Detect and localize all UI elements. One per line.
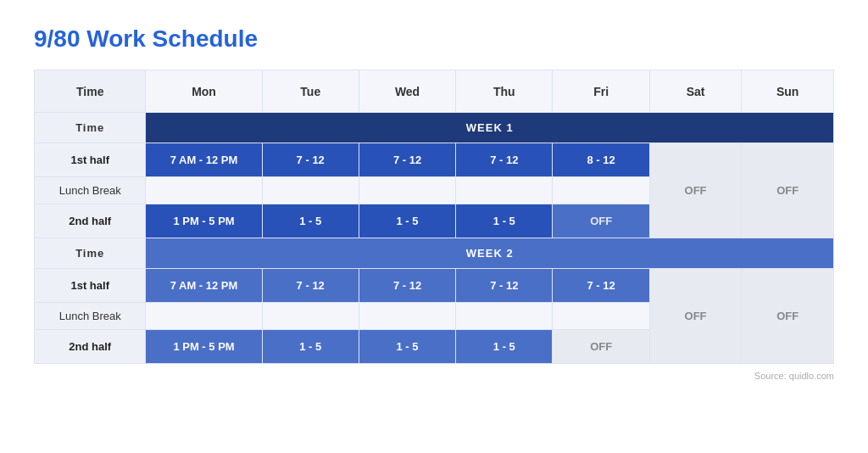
week1-thu-first: 7 - 12 <box>456 143 553 177</box>
week1-first-half-row: 1st half 7 AM - 12 PM 7 - 12 7 - 12 7 - … <box>35 143 834 177</box>
week1-lunch-label: Lunch Break <box>35 177 146 204</box>
week2-label: WEEK 2 <box>146 238 834 269</box>
week2-first-half-row: 1st half 7 AM - 12 PM 7 - 12 7 - 12 7 - … <box>35 269 834 303</box>
week1-wed-first: 7 - 12 <box>359 143 455 177</box>
header-wed: Wed <box>359 70 455 113</box>
header-thu: Thu <box>456 70 553 113</box>
source-text: Source: quidlo.com <box>34 371 834 381</box>
week1-tue-second: 1 - 5 <box>262 204 359 238</box>
week2-wed-second: 1 - 5 <box>359 330 455 364</box>
week2-fri-second: OFF <box>553 330 649 364</box>
week2-lunch-fri <box>553 303 649 330</box>
week1-mon-second: 1 PM - 5 PM <box>146 204 262 238</box>
header-sun: Sun <box>742 70 834 113</box>
week2-mon-second: 1 PM - 5 PM <box>146 330 262 364</box>
week1-tue-first: 7 - 12 <box>262 143 359 177</box>
week2-first-half-label: 1st half <box>35 269 146 303</box>
week1-label: WEEK 1 <box>146 113 834 143</box>
week2-banner-row: Time WEEK 2 <box>35 238 834 269</box>
header-tue: Tue <box>262 70 359 113</box>
header-fri: Fri <box>553 70 649 113</box>
header-row: Time Mon Tue Wed Thu Fri Sat Sun <box>35 70 834 113</box>
week2-lunch-thu <box>456 303 553 330</box>
week1-time-label: Time <box>35 113 146 143</box>
week1-thu-second: 1 - 5 <box>456 204 553 238</box>
week2-thu-first: 7 - 12 <box>456 269 553 303</box>
week2-fri-first: 7 - 12 <box>553 269 649 303</box>
week2-lunch-wed <box>359 303 455 330</box>
schedule-table: Time Mon Tue Wed Thu Fri Sat Sun Time WE… <box>34 70 834 364</box>
week1-lunch-tue <box>262 177 359 204</box>
week1-sat-off: OFF <box>649 143 742 238</box>
week1-second-half-label: 2nd half <box>35 204 146 238</box>
week2-sat-off: OFF <box>649 269 742 364</box>
week2-tue-second: 1 - 5 <box>262 330 359 364</box>
week2-wed-first: 7 - 12 <box>359 269 455 303</box>
header-sat: Sat <box>649 70 742 113</box>
week1-fri-first: 8 - 12 <box>553 143 649 177</box>
week2-thu-second: 1 - 5 <box>456 330 553 364</box>
header-mon: Mon <box>146 70 262 113</box>
week1-mon-first: 7 AM - 12 PM <box>146 143 262 177</box>
week2-second-half-label: 2nd half <box>35 330 146 364</box>
week1-lunch-fri <box>553 177 649 204</box>
week1-wed-second: 1 - 5 <box>359 204 455 238</box>
page-title: 9/80 Work Schedule <box>34 25 834 53</box>
week2-lunch-tue <box>262 303 359 330</box>
week2-tue-first: 7 - 12 <box>262 269 359 303</box>
week1-lunch-mon <box>146 177 262 204</box>
week2-time-label: Time <box>35 238 146 269</box>
page-container: 9/80 Work Schedule Time Mon Tue Wed Thu … <box>0 0 868 453</box>
week1-banner-row: Time WEEK 1 <box>35 113 834 143</box>
week2-sun-off: OFF <box>742 269 834 364</box>
week2-lunch-mon <box>146 303 262 330</box>
week2-lunch-label: Lunch Break <box>35 303 146 330</box>
week1-first-half-label: 1st half <box>35 143 146 177</box>
week1-lunch-wed <box>359 177 455 204</box>
week1-sun-off: OFF <box>742 143 834 238</box>
week1-lunch-thu <box>456 177 553 204</box>
header-time: Time <box>35 70 146 113</box>
week1-fri-second: OFF <box>553 204 649 238</box>
week2-mon-first: 7 AM - 12 PM <box>146 269 262 303</box>
